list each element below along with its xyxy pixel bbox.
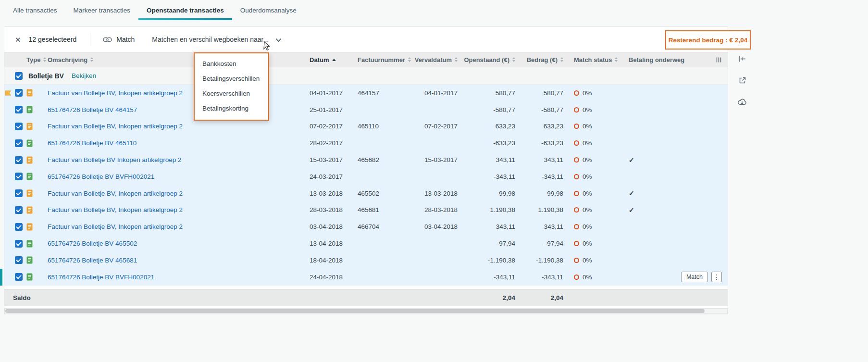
column-header-betaling-onderweg[interactable]: Betaling onderweg xyxy=(621,52,686,67)
match-status-value: 0% xyxy=(583,123,592,130)
clear-selection-icon[interactable]: ✕ xyxy=(15,36,21,43)
table-row[interactable]: Factuur van Bolletje BV, Inkopen artikel… xyxy=(4,202,728,219)
transaction-link[interactable]: 651764726 Bolletje BV 465681 xyxy=(48,257,137,264)
horizontal-scrollbar-thumb[interactable] xyxy=(5,309,705,313)
match-status-ring-icon xyxy=(574,241,579,246)
date-cell: 24-04-2018 xyxy=(306,269,354,286)
outstanding-cell: -343,11 xyxy=(461,269,519,286)
transaction-link[interactable]: 651764726 Bolletje BV 465110 xyxy=(48,139,136,147)
row-checkbox[interactable] xyxy=(15,189,23,197)
export-icon[interactable] xyxy=(737,75,747,86)
table-row[interactable]: 651764726 Bolletje BV BVFH002021 24-03-2… xyxy=(4,168,728,185)
sort-icon xyxy=(455,57,458,62)
header-checkbox-spacer xyxy=(12,52,25,67)
transaction-link[interactable]: Factuur van Bolletje BV Inkopen artikelg… xyxy=(48,156,181,163)
amount-cell: 633,23 xyxy=(519,118,567,135)
table-row[interactable]: 651764726 Bolletje BV BVFH002021 24-04-2… xyxy=(4,269,728,286)
transaction-link[interactable]: 651764726 Bolletje BV 465502 xyxy=(48,240,137,247)
document-type-icon xyxy=(26,173,33,180)
match-status-ring-icon xyxy=(574,207,579,212)
match-status-value: 0% xyxy=(583,206,592,213)
transaction-link[interactable]: Factuur van Bolletje BV, Inkopen artikel… xyxy=(48,206,183,213)
row-checkbox[interactable] xyxy=(15,89,23,97)
row-checkbox[interactable] xyxy=(15,256,23,264)
tab-markeer-transacties[interactable]: Markeer transacties xyxy=(65,0,139,20)
saldo-amount: 2,04 xyxy=(519,294,567,301)
row-checkbox[interactable] xyxy=(15,123,23,130)
row-checkbox[interactable] xyxy=(15,206,23,214)
document-type-icon xyxy=(26,106,33,113)
menu-item-koersverschillen[interactable]: Koersverschillen xyxy=(195,86,268,101)
table-row[interactable]: Factuur van Bolletje BV, Inkopen artikel… xyxy=(4,118,728,135)
transaction-link[interactable]: Factuur van Bolletje BV, Inkopen artikel… xyxy=(48,123,183,130)
group-row[interactable]: Bolletje BV Bekijken xyxy=(4,67,728,85)
group-view-link[interactable]: Bekijken xyxy=(72,72,96,79)
invoice-number-cell xyxy=(354,269,405,286)
document-type-icon xyxy=(26,156,33,164)
invoice-number-cell xyxy=(354,135,405,151)
row-checkbox[interactable] xyxy=(15,139,23,147)
due-date-cell xyxy=(405,269,461,286)
row-checkbox[interactable] xyxy=(15,173,23,180)
column-header-datum[interactable]: Datum xyxy=(306,52,354,67)
column-header-factuurnummer[interactable]: Factuurnummer xyxy=(354,52,405,67)
download-cloud-icon[interactable] xyxy=(736,97,748,107)
menu-item-bankkosten[interactable]: Bankkosten xyxy=(195,56,268,71)
outstanding-cell: -633,23 xyxy=(461,135,519,151)
match-status-cell: 0% xyxy=(567,151,621,168)
tab-ouderdomsanalyse[interactable]: Ouderdomsanalyse xyxy=(232,0,305,20)
tab-alle-transacties[interactable]: Alle transacties xyxy=(5,0,65,20)
match-status-cell: 0% xyxy=(567,235,621,252)
payment-in-transit-cell: ✓ xyxy=(621,118,686,135)
due-date-cell: 07-02-2017 xyxy=(405,118,461,135)
table-row[interactable]: 651764726 Bolletje BV 465502 13-04-2018 … xyxy=(4,235,728,252)
transaction-link[interactable]: 651764726 Bolletje BV 464157 xyxy=(48,106,137,113)
table-row[interactable]: 651764726 Bolletje BV 465110 28-02-2017 … xyxy=(4,135,728,151)
kebab-menu-icon[interactable]: ⋮ xyxy=(711,272,722,282)
row-checkbox[interactable] xyxy=(15,106,23,113)
document-type-icon xyxy=(26,240,33,248)
date-cell: 24-03-2017 xyxy=(306,168,354,185)
transaction-link[interactable]: 651764726 Bolletje BV BVFH002021 xyxy=(48,274,154,281)
match-status-cell: 0% xyxy=(567,185,621,202)
table-row[interactable]: 651764726 Bolletje BV 465681 18-04-2018 … xyxy=(4,252,728,269)
amount-cell: 1.190,38 xyxy=(519,202,567,219)
row-checkbox[interactable] xyxy=(15,240,23,248)
column-header-vervaldatum[interactable]: Vervaldatum xyxy=(405,52,461,67)
outstanding-cell: -580,77 xyxy=(461,101,519,118)
outstanding-cell: -1.190,38 xyxy=(461,252,519,269)
column-header-openstaand[interactable]: Openstaand (€) xyxy=(461,52,519,67)
menu-item-betalingskorting[interactable]: Betalingskorting xyxy=(195,101,268,116)
writeoff-dropdown[interactable]: Matchen en verschil wegboeken naar... xyxy=(152,36,282,43)
row-checkbox[interactable] xyxy=(15,223,23,231)
sort-ascending-icon xyxy=(332,59,336,61)
transaction-link[interactable]: Factuur van Bolletje BV, Inkopen artikel… xyxy=(48,223,183,230)
collapse-panel-icon[interactable] xyxy=(737,54,747,64)
transaction-link[interactable]: Factuur van Bolletje BV, Inkopen artikel… xyxy=(48,190,183,197)
tab-openstaande-transacties[interactable]: Openstaande transacties xyxy=(138,0,232,20)
row-checkbox[interactable] xyxy=(15,273,23,281)
row-match-button[interactable]: Match xyxy=(681,272,708,282)
transaction-link[interactable]: 651764726 Bolletje BV BVFH002021 xyxy=(48,173,154,180)
column-header-type[interactable]: Type xyxy=(25,52,44,67)
match-status-cell: 0% xyxy=(567,202,621,219)
chevron-down-icon xyxy=(275,38,282,42)
match-button[interactable]: Match xyxy=(103,36,135,43)
menu-item-betalingsverschillen[interactable]: Betalingsverschillen xyxy=(195,71,268,86)
match-status-value: 0% xyxy=(583,173,592,180)
amount-cell: -633,23 xyxy=(519,135,567,151)
column-header-bedrag[interactable]: Bedrag (€) xyxy=(519,52,567,67)
table-row[interactable]: Factuur van Bolletje BV Inkopen artikelg… xyxy=(4,151,728,168)
column-header-match-status[interactable]: Match status xyxy=(567,52,621,67)
table-row[interactable]: Factuur van Bolletje BV, Inkopen artikel… xyxy=(4,185,728,202)
date-cell: 13-04-2018 xyxy=(306,235,354,252)
transaction-link[interactable]: Factuur van Bolletje BV, Inkopen artikel… xyxy=(48,89,183,97)
row-checkbox[interactable] xyxy=(15,156,23,164)
table-row[interactable]: Factuur van Bolletje BV, Inkopen artikel… xyxy=(4,218,728,235)
column-chooser-icon[interactable] xyxy=(686,52,728,67)
table-row[interactable]: 651764726 Bolletje BV 464157 25-01-2017 … xyxy=(4,101,728,118)
table-row[interactable]: Factuur van Bolletje BV, Inkopen artikel… xyxy=(4,85,728,101)
horizontal-scrollbar[interactable] xyxy=(4,308,728,314)
group-checkbox[interactable] xyxy=(15,72,23,80)
invoice-number-cell: 465110 xyxy=(354,118,405,135)
